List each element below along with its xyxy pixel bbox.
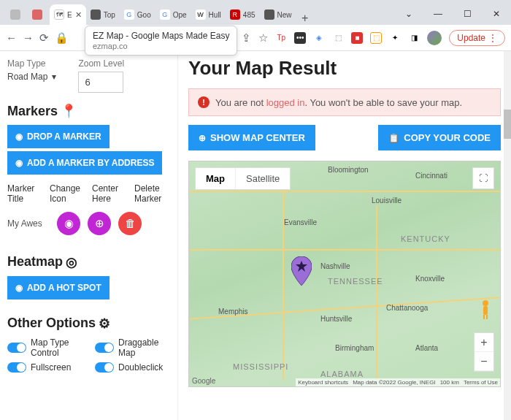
add-hotspot-button[interactable]: ◉ADD A HOT SPOT — [7, 276, 110, 299]
col-center: Center Here — [92, 183, 127, 205]
scrollbar-track[interactable] — [504, 51, 511, 420]
favicon: G — [160, 9, 170, 20]
zoom-controls: + − — [474, 332, 494, 372]
ext-icon[interactable]: Tp — [275, 32, 287, 44]
toggle[interactable] — [7, 362, 26, 373]
city-label: Knoxville — [415, 275, 445, 283]
markers-heading: Markers📍 — [7, 103, 170, 119]
ext-icon[interactable]: ⬚ — [332, 32, 344, 44]
ext-icon[interactable]: ••• — [294, 32, 306, 44]
tab-label: New — [277, 11, 292, 19]
ext-icon[interactable]: ◈ — [313, 32, 325, 44]
tab-7[interactable]: R485 — [226, 4, 260, 25]
center-here-button[interactable]: ⊕ — [88, 212, 111, 235]
tab-5[interactable]: GOpe — [155, 4, 191, 25]
tab-label: 485 — [243, 11, 256, 19]
svg-rect-2 — [483, 306, 488, 315]
login-link[interactable]: logged in — [266, 97, 305, 108]
opt-maptype-control[interactable]: Map Type Control — [7, 337, 80, 358]
opt-draggable-map[interactable]: Draggable Map — [95, 337, 168, 358]
heatmap-heading: Heatmap◎ — [7, 254, 170, 270]
tab-4[interactable]: GGoo — [120, 4, 155, 25]
browser-tab-strip: 🗺 E ✕ Top GGoo GOpe WHull R485 New + ⌄ —… — [0, 0, 511, 25]
map-data: Map data ©2022 Google, INEGI — [353, 379, 436, 386]
update-button[interactable]: Update⋮ — [449, 30, 505, 46]
clipboard-icon: 📋 — [388, 133, 399, 143]
extensions-icon[interactable]: ✦ — [389, 32, 401, 44]
delete-marker-button[interactable]: 🗑 — [118, 212, 142, 235]
favicon — [32, 9, 42, 20]
city-label: Atlanta — [415, 344, 438, 352]
zoom-out-button[interactable]: − — [474, 352, 493, 371]
tab-3[interactable]: Top — [86, 4, 120, 25]
toggle[interactable] — [95, 362, 114, 373]
col-title: Marker Title — [7, 183, 42, 205]
browser-toolbar: ← → ⟳ 🔒 ⇪ ☆ Tp ••• ◈ ⬚ ■ ⬚ ✦ ◨ Update⋮ — [0, 25, 511, 51]
scrollbar-thumb[interactable] — [504, 110, 511, 139]
terms-link[interactable]: Terms of Use — [464, 379, 498, 386]
other-options-heading: Other Options⚙ — [7, 316, 170, 332]
scale: 100 km — [440, 379, 459, 386]
ext-icon[interactable]: ■ — [351, 32, 363, 44]
tab-0[interactable] — [6, 4, 28, 25]
state-label: KENTUCKY — [401, 234, 450, 243]
favicon: W — [196, 9, 206, 20]
tab-8[interactable]: New — [260, 4, 296, 25]
change-icon-button[interactable]: ◉ — [57, 212, 80, 235]
pin-icon: ◉ — [15, 158, 23, 168]
toggle[interactable] — [7, 343, 26, 353]
reload-button[interactable]: ⟳ — [39, 31, 49, 45]
opt-fullscreen[interactable]: Fullscreen — [7, 362, 80, 373]
state-label: ALABAMA — [320, 370, 364, 378]
maptype-field[interactable]: Map Type Road Map▾ — [7, 58, 56, 93]
chevron-down-icon[interactable]: ⌄ — [394, 3, 423, 25]
new-tab-button[interactable]: + — [296, 12, 314, 25]
profile-avatar[interactable] — [427, 31, 442, 45]
maximize-button[interactable]: ☐ — [453, 3, 482, 25]
favicon — [264, 9, 274, 20]
map-canvas[interactable]: Map Satellite ⛶ Bloomington Cincinnati L… — [188, 161, 501, 387]
close-button[interactable]: ✕ — [482, 3, 511, 25]
tab-active-ezmap[interactable]: 🗺 E ✕ — [50, 4, 86, 25]
lock-icon: 🔒 — [55, 31, 69, 45]
zoom-in-button[interactable]: + — [474, 333, 493, 352]
google-logo: Google — [192, 377, 215, 385]
map-view-button[interactable]: Map — [196, 168, 236, 189]
forward-button[interactable]: → — [23, 31, 34, 44]
show-map-center-button[interactable]: ⊕SHOW MAP CENTER — [188, 125, 315, 150]
tab-label: Hull — [209, 11, 221, 19]
map-marker[interactable] — [291, 256, 312, 289]
alert-icon: ! — [198, 96, 210, 108]
keyboard-shortcuts[interactable]: Keyboard shortcuts — [298, 379, 348, 386]
satellite-view-button[interactable]: Satellite — [236, 168, 290, 189]
opt-doubleclick[interactable]: Doubleclick — [95, 362, 168, 373]
minimize-button[interactable]: — — [423, 3, 453, 25]
share-icon[interactable]: ⇪ — [242, 31, 251, 45]
tooltip-url: ezmap.co — [93, 42, 229, 50]
fullscreen-button[interactable]: ⛶ — [472, 167, 494, 189]
toggle[interactable] — [95, 343, 114, 353]
map-icon: 🗺 — [54, 9, 64, 20]
marker-row: My Awes ◉ ⊕ 🗑 — [7, 212, 170, 235]
tab-1[interactable] — [28, 4, 50, 25]
drop-marker-button[interactable]: ◉DROP A MARKER — [7, 125, 110, 148]
tab-label: Ope — [173, 11, 187, 19]
add-marker-address-button[interactable]: ◉ADD A MARKER BY ADDRESS — [7, 151, 162, 175]
copy-code-button[interactable]: 📋COPY YOUR CODE — [378, 125, 501, 150]
close-icon[interactable]: ✕ — [75, 10, 82, 20]
tab-label: Top — [104, 11, 115, 19]
marker-name: My Awes — [7, 218, 50, 229]
zoom-input[interactable] — [78, 72, 123, 93]
pegman[interactable] — [477, 299, 494, 321]
state-label: TENNESSEE — [328, 277, 383, 286]
back-button[interactable]: ← — [6, 31, 17, 44]
bookmark-icon[interactable]: ☆ — [258, 31, 268, 45]
menu-icon[interactable]: ⋮ — [488, 33, 497, 43]
crosshair-icon: ⊕ — [199, 133, 206, 143]
pin-icon: 📍 — [61, 103, 77, 119]
sidepanel-icon[interactable]: ◨ — [408, 32, 420, 44]
ext-icon[interactable]: ⬚ — [370, 32, 382, 44]
city-label: Louisville — [372, 196, 402, 205]
tab-6[interactable]: WHull — [191, 4, 226, 25]
map-attribution: Keyboard shortcuts Map data ©2022 Google… — [296, 378, 500, 386]
